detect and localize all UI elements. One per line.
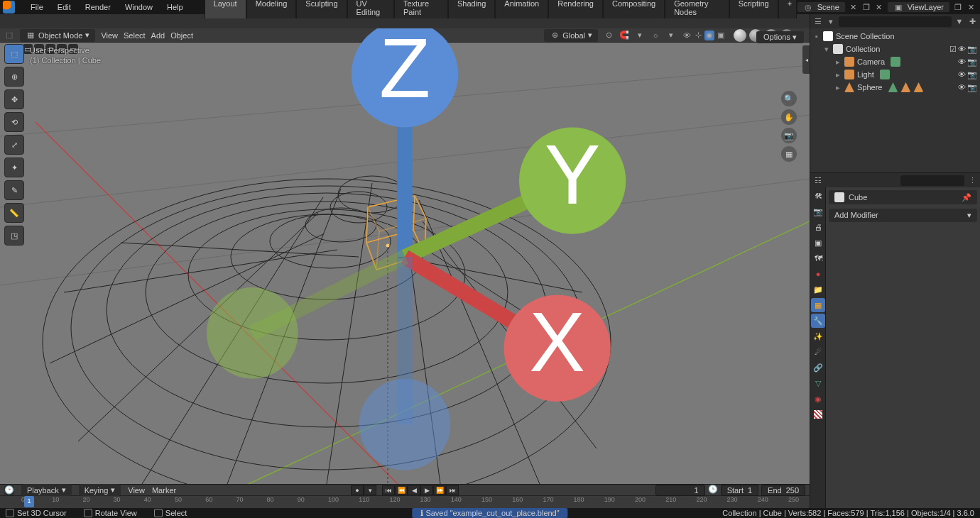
tab-animation[interactable]: Animation [495,0,548,18]
tab-geometry-nodes[interactable]: Geometry Nodes [665,0,729,18]
scale-tool[interactable]: ⤢ [4,135,24,155]
jump-prev-key-button[interactable]: ⏪ [395,485,408,495]
prop-tab-tool[interactable]: 🛠 [811,189,825,203]
n-panel-toggle[interactable]: ◂ [802,45,810,74]
cursor-tool[interactable]: ⊕ [4,67,24,87]
scene-selector[interactable]: ◎ Scene [797,1,846,13]
pin-scene-icon[interactable]: ✕ [849,2,859,12]
jump-end-button[interactable]: ⏭ [446,485,459,495]
render-visibility-icon[interactable]: 📷 [967,83,977,92]
prop-tab-render[interactable]: 📷 [811,204,825,219]
eye-icon[interactable]: 👁 [958,57,966,67]
expand-icon[interactable]: ▸ [834,83,842,92]
tab-texture-paint[interactable]: Texture Paint [394,0,448,18]
tree-collection[interactable]: ▾ Collection ☑ 👁 📷 [813,43,977,55]
expand-icon[interactable]: ▸ [834,57,842,67]
tab-sculpting[interactable]: Sculpting [296,0,347,18]
new-scene-icon[interactable]: ❐ [861,2,871,12]
outliner-search-input[interactable] [839,16,952,27]
properties-search-input[interactable] [900,175,964,186]
prop-tab-modifiers[interactable]: 🔧 [811,314,825,328]
move-tool[interactable]: ✥ [4,89,24,109]
expand-icon[interactable]: ▪ [813,32,820,40]
select-box-tool[interactable]: ⬚ [4,44,24,64]
prop-tab-viewlayer[interactable]: ▣ [811,236,825,250]
outliner-tree[interactable]: ▪ Scene Collection ▾ Collection ☑ 👁 📷 ▸ … [810,28,980,172]
collapse-icon[interactable]: ▾ [823,45,830,54]
tab-layout[interactable]: Layout [205,0,246,18]
play-reverse-button[interactable]: ◀ [408,485,420,495]
expand-icon[interactable]: ▸ [834,70,842,79]
menu-file[interactable]: File [23,1,50,13]
prop-tab-constraints[interactable]: 🔗 [811,360,825,375]
prop-tab-material[interactable]: ◉ [811,392,825,406]
timeline-editor-icon[interactable]: 🕑 [4,485,14,495]
end-frame-field[interactable]: End250 [761,485,805,496]
pin-icon[interactable]: 📌 [962,192,971,202]
jump-start-button[interactable]: ⏮ [382,485,395,495]
prop-tab-world[interactable]: ● [811,267,825,281]
new-collection-icon[interactable]: ✚ [967,16,977,26]
measure-tool[interactable]: 📏 [4,203,24,223]
perspective-toggle-button[interactable]: ▦ [781,146,797,162]
prop-tab-output[interactable]: 🖨 [811,220,825,234]
timeline-ruler[interactable]: 1 01020304050607080901001101201301401501… [0,496,810,507]
transform-tool[interactable]: ✦ [4,158,24,177]
checkbox-icon[interactable]: ☑ [949,45,957,54]
prop-tab-texture[interactable] [811,407,825,421]
tab-modeling[interactable]: Modeling [246,0,297,18]
add-workspace-button[interactable]: + [778,0,797,18]
viewlayer-selector[interactable]: ▣ ViewLayer [887,1,950,13]
render-visibility-icon[interactable]: 📷 [967,45,977,54]
tab-shading[interactable]: Shading [448,0,495,18]
prop-tab-object[interactable]: ▦ [811,298,825,312]
play-button[interactable]: ▶ [420,485,433,495]
breadcrumb[interactable]: Cube 📌 [829,190,977,204]
menu-help[interactable]: Help [160,1,190,13]
tree-item-light[interactable]: ▸ Light 👁📷 [813,68,977,81]
delete-viewlayer-icon[interactable]: ✕ [966,2,976,12]
delete-scene-icon[interactable]: ✕ [874,2,884,12]
prop-tab-collection[interactable]: 📁 [811,282,825,297]
prop-tab-physics[interactable]: ☄ [811,345,825,359]
tree-scene-collection[interactable]: ▪ Scene Collection [813,30,977,43]
current-frame-field[interactable]: 1 [655,485,705,496]
new-viewlayer-icon[interactable]: ❐ [953,2,963,12]
eye-icon[interactable]: 👁 [958,45,966,54]
auto-key-options-icon[interactable]: ▾ [364,485,376,495]
start-frame-field[interactable]: Start1 [721,485,758,496]
outliner-editor-icon[interactable]: ☰ [813,16,823,26]
eye-icon[interactable]: 👁 [958,70,966,79]
render-visibility-icon[interactable]: 📷 [967,70,977,79]
jump-next-key-button[interactable]: ⏩ [433,485,446,495]
navigation-gizmo[interactable]: Z Y X [0,28,810,485]
prop-tab-scene[interactable]: 🗺 [811,251,825,265]
annotate-tool[interactable]: ✎ [4,180,24,200]
tab-scripting[interactable]: Scripting [729,0,778,18]
tree-item-camera[interactable]: ▸ Camera 👁📷 [813,55,977,68]
timeline-menu-view[interactable]: View [128,486,145,495]
playback-dropdown[interactable]: Playback ▾ [21,484,72,496]
menu-edit[interactable]: Edit [50,1,78,13]
prop-tab-data[interactable]: ▽ [811,376,825,390]
playhead[interactable]: 1 [24,496,34,507]
frame-sync-icon[interactable]: 🕒 [708,485,718,495]
render-visibility-icon[interactable]: 📷 [967,57,977,67]
tree-item-sphere[interactable]: ▸ Sphere 👁📷 [813,81,977,94]
properties-options-icon[interactable]: ⋮ [967,175,977,185]
add-primitive-tool[interactable]: ◳ [4,226,24,246]
eye-icon[interactable]: 👁 [958,83,966,92]
add-modifier-dropdown[interactable]: Add Modifier ▾ [829,209,977,222]
timeline-menu-marker[interactable]: Marker [152,486,176,495]
keying-dropdown[interactable]: Keying ▾ [79,484,121,496]
outliner-display-mode-icon[interactable]: ▾ [826,16,836,26]
tab-uv-editing[interactable]: UV Editing [347,0,394,18]
menu-render[interactable]: Render [78,1,118,13]
camera-view-button[interactable]: 📷 [781,128,797,143]
auto-key-toggle[interactable]: ● [351,485,364,495]
zoom-button[interactable]: 🔍 [781,91,797,106]
pan-button[interactable]: ✋ [781,109,797,125]
rotate-tool[interactable]: ⟲ [4,112,24,132]
3d-viewport[interactable]: ⬚ ▦ Object Mode ▾ View Select Add Object… [0,28,810,485]
menu-window[interactable]: Window [118,1,160,13]
